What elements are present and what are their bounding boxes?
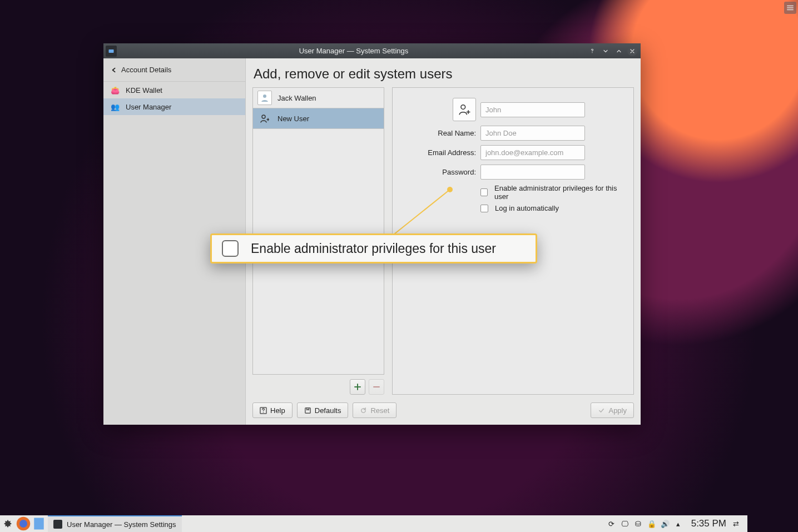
reset-button-label: Reset — [370, 406, 389, 415]
tray-lock-icon[interactable]: 🔒 — [647, 520, 657, 528]
realname-input[interactable] — [480, 126, 585, 141]
task-label: User Manager — System Settings — [67, 520, 176, 529]
taskbar-clock[interactable]: 5:35 PM — [691, 518, 726, 529]
button-bar: Help Defaults Reset Apply — [252, 402, 634, 418]
svg-point-2 — [262, 115, 265, 118]
admin-privileges-row[interactable]: Enable administrator privileges for this… — [480, 184, 622, 201]
add-user-button[interactable] — [350, 379, 365, 395]
user-avatar-button[interactable] — [453, 98, 476, 121]
autologin-checkbox[interactable] — [480, 205, 488, 212]
tray-expand-icon[interactable]: ▴ — [673, 520, 683, 528]
defaults-button[interactable]: Defaults — [297, 402, 349, 418]
realname-label: Real Name: — [404, 129, 476, 137]
sidebar-item-label: User Manager — [126, 103, 171, 111]
tray-show-desktop-icon[interactable]: ⇄ — [733, 520, 743, 528]
defaults-button-label: Defaults — [315, 406, 341, 415]
user-list-item[interactable]: Jack Wallen — [253, 88, 384, 108]
admin-label: Enable administrator privileges for this… — [494, 184, 622, 201]
wallet-icon: 👛 — [110, 86, 120, 95]
email-input[interactable] — [480, 145, 585, 160]
callout-box: Enable administrator privileges for this… — [210, 233, 537, 263]
user-name: New User — [277, 115, 309, 123]
user-name: Jack Wallen — [277, 94, 316, 102]
svg-point-3 — [461, 105, 465, 110]
new-user-icon — [257, 111, 272, 126]
maximize-window-button[interactable] — [614, 46, 624, 56]
help-button[interactable]: Help — [252, 402, 293, 418]
task-app-icon — [53, 520, 62, 529]
user-avatar-icon — [257, 91, 272, 105]
svg-rect-10 — [34, 518, 44, 530]
page-title: Add, remove or edit system users — [254, 66, 634, 82]
password-input[interactable] — [480, 165, 585, 180]
sidebar-item-user-manager[interactable]: 👥 User Manager — [103, 98, 245, 115]
system-tray: ⟳ 🖵 ⛁ 🔒 🔊 ▴ 5:35 PM ⇄ — [607, 518, 747, 529]
svg-rect-0 — [109, 49, 114, 53]
apply-button-label: Apply — [608, 406, 627, 415]
tray-volume-icon[interactable]: 🔊 — [660, 520, 670, 528]
breadcrumb-label: Account Details — [121, 66, 171, 74]
tray-disk-icon[interactable]: ⛁ — [633, 520, 643, 528]
autologin-label: Log in automatically — [495, 204, 559, 212]
close-window-button[interactable] — [627, 46, 637, 56]
users-icon: 👥 — [110, 103, 120, 111]
application-launcher[interactable] — [0, 515, 16, 532]
taskbar[interactable]: User Manager — System Settings ⟳ 🖵 ⛁ 🔒 🔊… — [0, 515, 747, 532]
minimize-window-button[interactable] — [601, 46, 611, 56]
taskbar-task-system-settings[interactable]: User Manager — System Settings — [48, 515, 182, 532]
app-icon — [106, 46, 117, 57]
callout-text: Enable administrator privileges for this… — [251, 241, 496, 256]
desktop-menu-button[interactable] — [784, 2, 796, 14]
reset-button[interactable]: Reset — [353, 402, 396, 418]
tray-display-icon[interactable]: 🖵 — [620, 520, 630, 528]
admin-checkbox[interactable] — [480, 188, 488, 196]
email-label: Email Address: — [404, 148, 476, 157]
remove-user-button[interactable] — [369, 379, 384, 395]
help-button-label: Help — [270, 406, 285, 415]
username-input[interactable] — [480, 102, 585, 117]
firefox-launcher[interactable] — [16, 515, 31, 532]
user-list[interactable]: Jack Wallen New User — [252, 87, 384, 375]
help-window-button[interactable] — [587, 46, 597, 56]
svg-point-1 — [263, 95, 266, 98]
user-list-item[interactable]: New User — [253, 108, 384, 129]
svg-rect-5 — [305, 407, 310, 412]
apply-button[interactable]: Apply — [591, 402, 634, 418]
window-title: User Manager — System Settings — [120, 47, 587, 55]
sidebar-item-kde-wallet[interactable]: 👛 KDE Wallet — [103, 82, 245, 98]
titlebar[interactable]: User Manager — System Settings — [103, 43, 641, 58]
breadcrumb-back[interactable]: Account Details — [103, 58, 245, 82]
files-launcher[interactable] — [31, 515, 47, 532]
sidebar-item-label: KDE Wallet — [126, 86, 162, 95]
svg-point-9 — [19, 520, 27, 528]
autologin-row[interactable]: Log in automatically — [480, 204, 622, 212]
password-label: Password: — [404, 168, 476, 176]
tray-update-icon[interactable]: ⟳ — [607, 520, 617, 528]
callout-checkbox-icon — [222, 240, 239, 257]
